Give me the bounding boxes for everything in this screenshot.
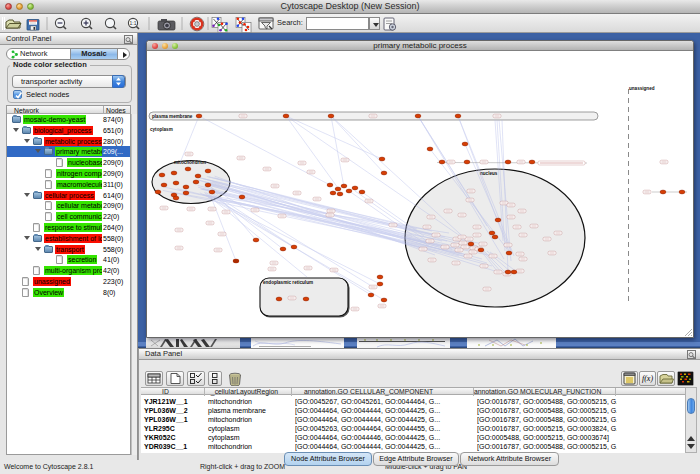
svg-text:endoplasmic reticulum: endoplasmic reticulum xyxy=(263,280,313,285)
svg-text:nucleus: nucleus xyxy=(480,171,498,176)
svg-text:plasma membrane: plasma membrane xyxy=(152,114,193,119)
svg-text:cytoplasm: cytoplasm xyxy=(150,127,173,132)
svg-text:1:1: 1:1 xyxy=(130,20,137,26)
svg-text:unassigned: unassigned xyxy=(629,86,655,91)
svg-text:mitochondrion: mitochondrion xyxy=(174,160,206,165)
